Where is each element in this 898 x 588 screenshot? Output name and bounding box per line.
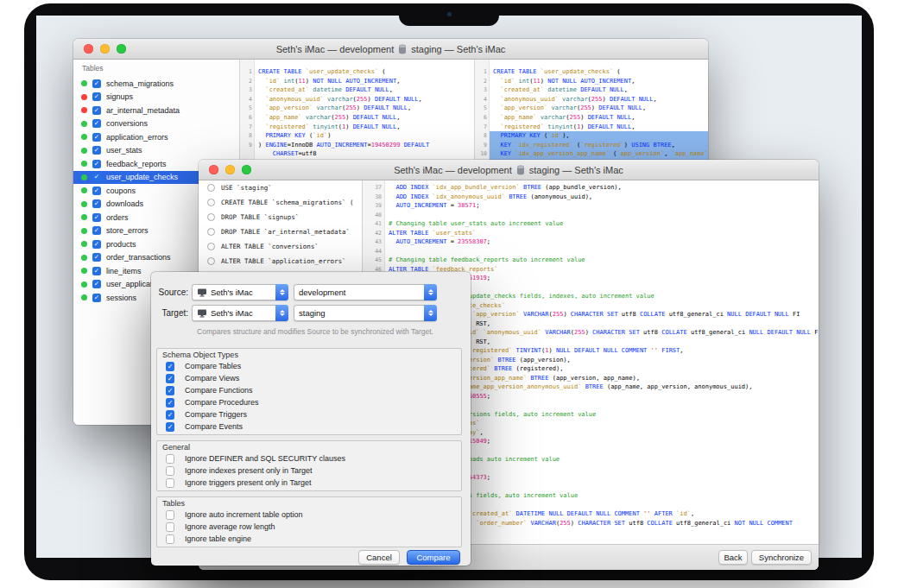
table-checkbox[interactable]: ✓ [92,160,101,168]
table-checkbox[interactable]: ✓ [92,199,101,208]
database-icon [516,165,525,175]
minimize-button[interactable] [225,165,235,174]
table-checkbox[interactable]: ✓ [92,240,101,249]
status-dot [81,148,87,154]
table-checkbox[interactable]: ✓ [92,294,101,302]
code-line: 41# Changing table user_stats auto incre… [363,219,819,229]
checkbox[interactable]: ✓ [166,386,174,395]
checkbox-label: Compare Procedures [185,398,259,407]
table-checkbox[interactable]: ✓ [92,213,101,222]
table-row[interactable]: ✓signups [73,91,239,104]
checkbox[interactable] [166,478,174,488]
sync-action-row[interactable]: USE `staging` [199,180,362,195]
table-name: user_stats [106,146,142,155]
line-number: 9 [240,141,255,150]
radio-button[interactable] [207,213,215,221]
status-dot [81,268,87,274]
sync-action-label: ALTER TABLE `conversions` [221,243,319,250]
radio-button[interactable] [207,257,215,265]
cancel-button[interactable]: Cancel [358,550,400,565]
sidebar-header: Tables [73,60,239,77]
checkbox[interactable]: ✓ [166,410,174,420]
target-database-popup[interactable]: staging [294,305,437,321]
sync-action-row[interactable]: CREATE TABLE `schema_migrations` ( [199,195,362,210]
close-button[interactable] [209,165,218,174]
radio-button[interactable] [207,199,215,206]
close-button[interactable] [84,44,93,54]
checkbox-label: Compare Events [185,422,243,431]
table-checkbox[interactable]: ✓ [92,280,101,288]
checkbox-row[interactable]: ✓Compare Views [157,372,461,384]
compare-dialog: Source: Seth's iMac development Target: … [151,272,471,566]
titlebar[interactable]: Seth's iMac — development staging — Seth… [73,39,708,60]
table-checkbox[interactable]: ✓ [92,119,101,128]
back-button[interactable]: Back [718,550,748,565]
code-line: CHARSET=utf8 [240,149,474,159]
checkbox[interactable] [166,522,174,532]
source-host-popup[interactable]: Seth's iMac [192,284,288,300]
line-number: 1 [475,67,490,77]
checkbox[interactable] [166,466,174,476]
table-row[interactable]: ✓user_stats [73,144,239,158]
sync-action-row[interactable]: ALTER TABLE `conversions` [199,239,362,254]
checkbox-row[interactable]: ✓Compare Procedures [157,396,461,408]
checkbox-label: Compare Triggers [185,410,247,419]
status-dot [81,294,87,300]
code-text [385,247,819,256]
checkbox-row[interactable]: Ignore triggers present only in Target [157,477,461,489]
minimize-button[interactable] [100,44,110,54]
radio-button[interactable] [207,243,215,250]
code-text: `registered` tinyint(1) DEFAULT NULL, [255,123,474,132]
checkbox-row[interactable]: Ignore average row length [157,521,461,533]
table-checkbox[interactable]: ✓ [92,173,101,181]
code-text: `app_name` varchar(255) DEFAULT NULL, [490,113,708,123]
checkbox-label: Ignore table engine [185,534,251,543]
sync-action-label: DROP TABLE `ar_internal_metadata` [221,228,350,236]
compare-button[interactable]: Compare [407,550,460,565]
checkbox-row[interactable]: Ignore indexes present only in Target [157,465,461,477]
radio-button[interactable] [207,228,215,236]
target-host-popup[interactable]: Seth's iMac [192,305,288,321]
table-row[interactable]: ✓conversions [73,117,239,131]
zoom-button[interactable] [117,44,126,54]
zoom-button[interactable] [242,165,251,174]
titlebar[interactable]: Seth's iMac — development staging — Seth… [199,160,819,180]
table-name: conversions [106,119,148,128]
sync-action-row[interactable]: ALTER TABLE `application_errors` [199,254,362,269]
radio-button[interactable] [207,184,215,192]
popup-stepper-icon [424,284,437,300]
table-checkbox[interactable]: ✓ [92,106,101,115]
options-group: TablesIgnore auto increment table option… [156,496,462,547]
code-text: ) ENGINE=InnoDB AUTO_INCREMENT=19450299 … [255,141,474,150]
checkbox[interactable]: ✓ [166,362,174,371]
sync-action-row[interactable]: DROP TABLE `ar_internal_metadata` [199,224,362,239]
checkbox[interactable]: ✓ [166,398,174,408]
table-row[interactable]: ✓ar_internal_metadata [73,104,239,117]
table-checkbox[interactable]: ✓ [92,133,101,142]
table-checkbox[interactable]: ✓ [92,253,101,262]
checkbox[interactable] [166,454,174,464]
source-database-popup[interactable]: development [294,284,437,300]
table-checkbox[interactable]: ✓ [92,146,101,155]
checkbox-row[interactable]: ✓Compare Functions [157,384,461,396]
synchronize-button[interactable]: Synchronize [751,550,812,565]
checkbox[interactable]: ✓ [166,374,174,383]
table-checkbox[interactable]: ✓ [92,92,101,101]
checkbox[interactable] [166,534,174,544]
checkbox-row[interactable]: ✓Compare Tables [157,360,461,372]
checkbox-row[interactable]: ✓Compare Triggers [157,408,461,420]
table-checkbox[interactable]: ✓ [92,187,101,195]
code-line: 42ALTER TABLE `user_stats` [363,229,819,238]
checkbox-row[interactable]: Ignore DEFINER and SQL SECURITY clauses [157,452,461,465]
sync-action-row[interactable]: DROP TABLE `signups` [199,210,362,224]
checkbox[interactable]: ✓ [166,422,174,432]
table-row[interactable]: ✓schema_migrations [73,77,239,91]
table-checkbox[interactable]: ✓ [92,79,101,88]
table-checkbox[interactable]: ✓ [92,267,101,275]
table-checkbox[interactable]: ✓ [92,226,101,235]
table-row[interactable]: ✓application_errors [73,130,239,144]
checkbox-row[interactable]: Ignore table engine [157,533,461,545]
checkbox-row[interactable]: Ignore auto increment table option [157,509,461,521]
checkbox[interactable] [166,510,174,520]
checkbox-row[interactable]: ✓Compare Events [157,420,461,433]
